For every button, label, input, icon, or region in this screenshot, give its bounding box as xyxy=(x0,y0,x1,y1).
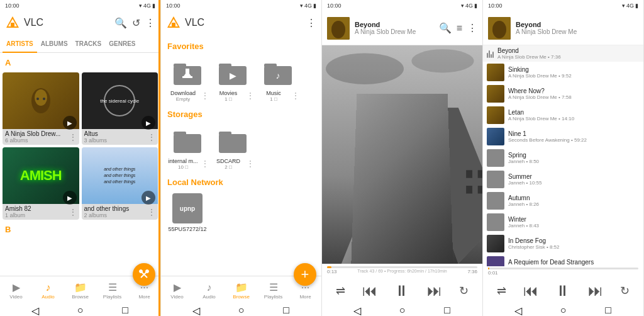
home-btn-2[interactable]: ○ xyxy=(236,306,245,315)
face-illustration xyxy=(28,85,53,116)
playlist-item-wherenow[interactable]: Where Now? A Ninja Slob Drew Me • 7:58 xyxy=(483,83,643,104)
recents-btn-1[interactable]: □ xyxy=(121,306,130,315)
progress-bar-bg[interactable] xyxy=(327,266,477,268)
playlist-item-summer[interactable]: Summer Janneh • 10:55 xyxy=(483,169,643,190)
sdcard-menu[interactable]: ⋮ xyxy=(247,159,254,168)
music-menu[interactable]: ⋮ xyxy=(292,91,299,100)
audio-icon-2: ♪ xyxy=(207,282,212,293)
back-btn-1[interactable]: ◁ xyxy=(31,306,40,315)
artist-card-amish[interactable]: AMISH ▶ Amish 82 1 album ⋮ xyxy=(3,147,79,220)
building-svg xyxy=(322,45,482,264)
recents-btn-2[interactable]: □ xyxy=(282,306,291,315)
movies-menu[interactable]: ⋮ xyxy=(247,91,254,100)
play-button-ninja[interactable]: ▶ xyxy=(63,116,77,130)
upnp-icon-wrap: upnp xyxy=(171,192,204,225)
artist-menu-altus[interactable]: ⋮ xyxy=(148,133,155,142)
svg-rect-44 xyxy=(478,170,482,178)
playlist-shuffle-btn[interactable]: ⇌ xyxy=(497,284,506,298)
folder-sdcard[interactable]: SDCARD 2 □ ⋮ xyxy=(211,124,254,170)
nav-audio-1[interactable]: ♪ Audio xyxy=(32,276,64,305)
playlist-prev-btn[interactable]: ⏮ xyxy=(523,282,538,300)
folder-movies[interactable]: ▶ Movies 1 □ ⋮ xyxy=(211,56,254,102)
tab-albums[interactable]: ALBUMS xyxy=(37,34,72,53)
playlist-thumb-art xyxy=(488,17,511,40)
download-menu[interactable]: ⋮ xyxy=(201,91,209,100)
playlist-repeat-btn[interactable]: ↻ xyxy=(620,284,630,298)
playlist-progress-bar-bg[interactable] xyxy=(488,268,638,269)
pause-btn[interactable]: ⏸ xyxy=(394,282,409,300)
playlist-thumb-face xyxy=(488,17,511,40)
more-icon-2[interactable]: ⋮ xyxy=(306,17,316,29)
search-icon-1[interactable]: 🔍 xyxy=(114,17,127,29)
history-icon-1[interactable]: ↺ xyxy=(132,17,140,29)
internal-menu[interactable]: ⋮ xyxy=(201,159,209,168)
building-artwork xyxy=(322,45,482,264)
folder-download[interactable]: Download Empty ⋮ xyxy=(166,56,209,102)
wave-bars-beyond xyxy=(487,49,494,58)
repeat-btn[interactable]: ↻ xyxy=(459,284,469,298)
nav-audio-2[interactable]: ♪ Audio xyxy=(193,276,225,305)
more-icon-1[interactable]: ⋮ xyxy=(145,17,155,29)
playlist-item-densefog[interactable]: In Dense Fog Christopher Sisk • 8:52 xyxy=(483,233,643,254)
artist-card-otherthings[interactable]: and other thingsand other thingsand othe… xyxy=(82,147,158,220)
amish-text: AMISH xyxy=(20,167,62,184)
tab-tracks[interactable]: TRACKS xyxy=(72,34,106,53)
folder-music[interactable]: ♪ Music 1 □ ⋮ xyxy=(257,56,299,102)
status-time-2: 10:00 xyxy=(166,3,180,9)
prev-btn[interactable]: ⏮ xyxy=(362,282,377,300)
artist-menu-amish[interactable]: ⋮ xyxy=(69,208,77,217)
playlist-item-letan[interactable]: Letan A Ninja Slob Drew Me • 14:10 xyxy=(483,104,643,126)
playlist-item-spring[interactable]: Spring Janneh • 8:50 xyxy=(483,147,643,169)
section-letter-a: A xyxy=(0,55,160,70)
playlist-item-winter[interactable]: Winter Janneh • 8:43 xyxy=(483,212,643,233)
nav-playlists-1[interactable]: ☰ Playlists xyxy=(96,276,128,305)
playlist-item-title-nine1: Nine 1 xyxy=(508,130,640,137)
tab-genres[interactable]: GENRES xyxy=(105,34,139,53)
next-btn[interactable]: ⏭ xyxy=(427,282,442,300)
recents-btn-4[interactable]: □ xyxy=(604,306,613,315)
playlist-next-btn[interactable]: ⏭ xyxy=(588,282,603,300)
nav-video-2[interactable]: ▶ Video xyxy=(161,276,193,305)
playlist-item-sinking[interactable]: Sinking A Ninja Slob Drew Me • 9:52 xyxy=(483,62,643,83)
queue-icon-player[interactable]: ≡ xyxy=(457,23,462,34)
fab-button-1[interactable] xyxy=(133,263,155,286)
playlist-item-nine1[interactable]: Nine 1 Seconds Before Awakening • 59:22 xyxy=(483,126,643,147)
fab-button-2[interactable]: + xyxy=(294,263,316,286)
app-header-1: VLC 🔍 ↺ ⋮ xyxy=(0,11,160,34)
scissors-icon xyxy=(138,269,150,280)
nav-playlists-2[interactable]: ☰ Playlists xyxy=(257,276,289,305)
nav-browse-2[interactable]: 📁 Browse xyxy=(225,276,257,305)
play-button-otherthings[interactable]: ▶ xyxy=(142,191,155,205)
playlist-item-autumn[interactable]: Autumn Janneh • 8:26 xyxy=(483,190,643,212)
home-btn-1[interactable]: ○ xyxy=(75,306,84,315)
nav-video-1[interactable]: ▶ Video xyxy=(0,276,32,305)
back-btn-3[interactable]: ◁ xyxy=(353,306,362,315)
playlist-pause-btn[interactable]: ⏸ xyxy=(555,282,570,300)
shuffle-btn[interactable]: ⇌ xyxy=(336,284,345,298)
folder-upnp[interactable]: upnp 55PUS7272/12 xyxy=(166,192,209,232)
recents-btn-3[interactable]: □ xyxy=(443,306,452,315)
artist-card-altus[interactable]: ▶ Altus 3 albums ⋮ xyxy=(82,72,158,145)
playlist-item-beyond[interactable]: Beyond A Ninja Slob Drew Me • 7:36 xyxy=(483,45,643,62)
folder-internal[interactable]: internal m... 10 □ ⋮ xyxy=(166,124,209,170)
vlc-logo-2 xyxy=(166,15,181,30)
wifi-icon-4: ▾ xyxy=(622,3,625,9)
nav-browse-1[interactable]: 📁 Browse xyxy=(64,276,96,305)
playlist-item-sub-densefog: Christopher Sisk • 8:52 xyxy=(508,244,640,250)
home-btn-4[interactable]: ○ xyxy=(558,306,567,315)
back-btn-2[interactable]: ◁ xyxy=(192,306,201,315)
svg-rect-18 xyxy=(182,76,192,78)
internal-row: internal m... 10 □ ⋮ xyxy=(166,157,209,170)
play-button-amish[interactable]: ▶ xyxy=(63,191,77,205)
search-icon-player[interactable]: 🔍 xyxy=(439,22,452,34)
home-btn-3[interactable]: ○ xyxy=(397,306,406,315)
artist-menu-otherthings[interactable]: ⋮ xyxy=(148,208,155,217)
play-button-altus[interactable]: ▶ xyxy=(142,116,155,130)
playlist-item-requiem[interactable]: A Requiem for Dead Strangers Tonepeet & … xyxy=(483,254,643,266)
artist-menu-ninja[interactable]: ⋮ xyxy=(69,133,77,142)
more-icon-player[interactable]: ⋮ xyxy=(467,22,477,34)
tab-artists[interactable]: ARTISTS xyxy=(3,34,37,53)
back-btn-4[interactable]: ◁ xyxy=(514,306,523,315)
artist-card-ninja[interactable]: ▶ A Ninja Slob Drew... 6 albums ⋮ xyxy=(3,72,79,145)
svg-rect-15 xyxy=(174,64,186,67)
